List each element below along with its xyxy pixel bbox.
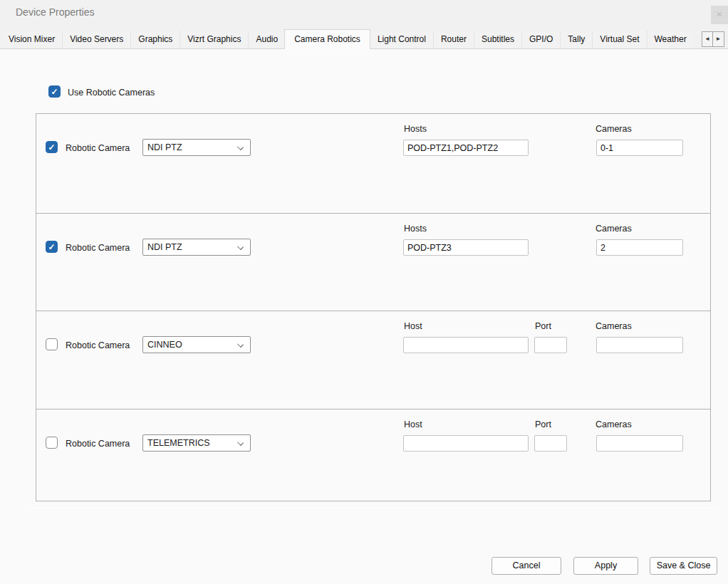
tab-audio[interactable]: Audio — [248, 31, 285, 48]
cameras-input[interactable] — [596, 239, 683, 256]
tab-virtual-set[interactable]: Virtual Set — [592, 31, 646, 48]
chevron-down-icon — [237, 144, 244, 150]
tab-gpio[interactable]: GPI/O — [521, 31, 560, 48]
robotic-cameras-group: Robotic Camera NDI PTZ Hosts Cameras Rob… — [36, 113, 711, 501]
host-label: Host — [404, 419, 422, 429]
robotic-camera-4-type-value: TELEMETRICS — [147, 438, 210, 448]
robotic-camera-1-type-value: NDI PTZ — [147, 142, 182, 152]
tab-tally[interactable]: Tally — [560, 31, 592, 48]
robotic-camera-1-type-dropdown[interactable]: NDI PTZ — [142, 139, 251, 156]
robotic-camera-3-checkbox[interactable] — [46, 338, 58, 350]
hosts-label: Hosts — [404, 224, 427, 234]
robotic-camera-4-type-dropdown[interactable]: TELEMETRICS — [142, 434, 251, 452]
port-label: Port — [535, 321, 551, 331]
tab-weather[interactable]: Weather — [647, 31, 694, 48]
camera-robotics-page: Use Robotic Cameras Robotic Camera NDI P… — [0, 48, 728, 584]
window-title: Device Properties — [16, 6, 95, 18]
tab-video-servers[interactable]: Video Servers — [62, 31, 130, 48]
cancel-button[interactable]: Cancel — [492, 557, 561, 575]
chevron-down-icon — [237, 244, 244, 250]
tab-vizrt-graphics[interactable]: Vizrt Graphics — [180, 31, 248, 48]
robotic-camera-row-4: Robotic Camera TELEMETRICS Host Port Cam… — [36, 410, 710, 501]
tab-camera-robotics[interactable]: Camera Robotics — [284, 29, 370, 49]
use-robotic-cameras-checkbox[interactable] — [48, 85, 61, 98]
tab-scrollers: ◄ ► — [702, 31, 724, 47]
cameras-input[interactable] — [596, 140, 683, 156]
separator-line — [30, 508, 718, 509]
robotic-camera-3-label: Robotic Camera — [66, 340, 130, 350]
cameras-label: Cameras — [596, 321, 632, 331]
robotic-camera-3-type-dropdown[interactable]: CINNEO — [142, 336, 251, 353]
tab-strip: Vision Mixer Video Servers Graphics Vizr… — [1, 29, 700, 48]
tab-router[interactable]: Router — [433, 31, 474, 48]
port-label: Port — [535, 419, 551, 429]
robotic-camera-2-label: Robotic Camera — [66, 243, 130, 253]
robotic-camera-row-3: Robotic Camera CINNEO Host Port Cameras — [36, 311, 710, 410]
hosts-input[interactable] — [403, 239, 529, 256]
tab-subtitles[interactable]: Subtitles — [474, 31, 521, 48]
host-input[interactable] — [403, 337, 529, 353]
robotic-camera-2-checkbox[interactable] — [46, 241, 58, 253]
cameras-label: Cameras — [596, 419, 632, 429]
robotic-camera-4-checkbox[interactable] — [46, 437, 58, 449]
hosts-label: Hosts — [404, 124, 427, 134]
tab-scroll-left-icon[interactable]: ◄ — [702, 31, 713, 47]
port-input[interactable] — [534, 435, 567, 452]
save-and-close-button[interactable]: Save & Close — [650, 557, 717, 575]
title-bar: Device Properties × — [0, 0, 728, 28]
host-input[interactable] — [403, 435, 529, 452]
robotic-camera-2-type-value: NDI PTZ — [147, 242, 182, 252]
cameras-label: Cameras — [596, 224, 632, 234]
tab-light-control[interactable]: Light Control — [370, 31, 433, 48]
robotic-camera-3-type-value: CINNEO — [147, 340, 182, 350]
robotic-camera-1-checkbox[interactable] — [46, 141, 58, 153]
use-robotic-cameras-label: Use Robotic Cameras — [68, 88, 155, 98]
close-icon[interactable]: × — [711, 6, 728, 24]
chevron-down-icon — [237, 341, 244, 348]
chevron-down-icon — [237, 439, 244, 446]
robotic-camera-row-2: Robotic Camera NDI PTZ Hosts Cameras — [36, 214, 710, 311]
robotic-camera-2-type-dropdown[interactable]: NDI PTZ — [142, 239, 251, 256]
robotic-camera-row-1: Robotic Camera NDI PTZ Hosts Cameras — [36, 114, 710, 214]
cameras-input[interactable] — [596, 337, 683, 353]
host-label: Host — [404, 321, 422, 331]
tab-scroll-right-icon[interactable]: ► — [713, 31, 724, 47]
robotic-camera-4-label: Robotic Camera — [66, 439, 130, 449]
tab-vision-mixer[interactable]: Vision Mixer — [1, 31, 62, 48]
port-input[interactable] — [534, 337, 567, 353]
cameras-input[interactable] — [596, 435, 683, 452]
robotic-camera-1-label: Robotic Camera — [66, 143, 130, 153]
tab-graphics[interactable]: Graphics — [130, 31, 180, 48]
cameras-label: Cameras — [596, 124, 632, 134]
hosts-input[interactable] — [403, 140, 529, 156]
apply-button[interactable]: Apply — [573, 557, 638, 575]
